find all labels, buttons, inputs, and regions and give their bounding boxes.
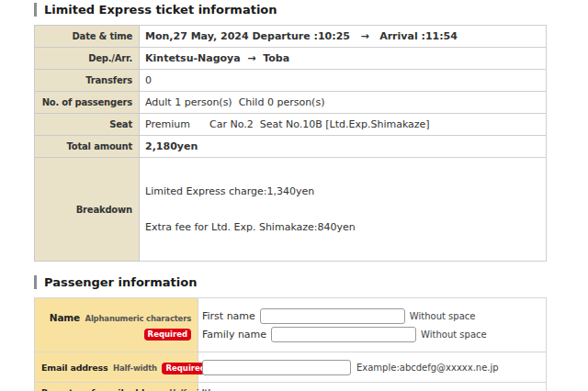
passenger-section-heading: Passenger information	[34, 275, 548, 289]
family-name-input[interactable]	[271, 327, 416, 342]
name-label: Name	[50, 312, 80, 323]
row-label: Total amount	[35, 136, 140, 158]
row-label: Dep./Arr.	[35, 48, 140, 70]
first-name-label: First name	[202, 310, 255, 322]
passenger-form-table: Name Alphanumeric characters Required Fi…	[34, 297, 547, 391]
row-value: Limited Express charge:1,340yen Extra fe…	[140, 158, 547, 262]
row-value: 2,180yen	[140, 136, 547, 158]
seat-detail: Car No.2 Seat No.10B [Ltd.Exp.Shimakaze]	[209, 118, 430, 130]
table-row-breakdown: Breakdown Limited Express charge:1,340ye…	[35, 158, 547, 262]
ticket-section-heading: Limited Express ticket information	[34, 3, 548, 17]
breakdown-line-1: Limited Express charge:1,340yen	[145, 185, 540, 197]
email-field-cell: Example:abcdefg@xxxxx.ne.jp	[198, 352, 547, 383]
row-label: Breakdown	[35, 158, 140, 262]
row-value: Kintetsu-Nagoya → Toba	[140, 48, 547, 70]
table-row-date-time: Date & time Mon,27 May, 2024 Departure :…	[35, 26, 547, 48]
table-row-dep-arr: Dep./Arr. Kintetsu-Nagoya → Toba	[35, 48, 547, 70]
required-badge: Required	[144, 329, 191, 341]
name-label-note: Alphanumeric characters	[85, 314, 191, 323]
name-fields-cell: First name Without space Family name Wit…	[198, 298, 547, 352]
row-label: No. of passengers	[35, 92, 140, 114]
email-example: Example:abcdefg@xxxxx.ne.jp	[356, 363, 499, 373]
name-label-cell: Name Alphanumeric characters Required	[35, 298, 198, 352]
form-row-name: Name Alphanumeric characters Required Fi…	[35, 298, 547, 352]
row-label: Transfers	[35, 70, 140, 92]
email-input[interactable]	[202, 360, 351, 375]
table-row-passengers: No. of passengers Adult 1 person(s) Chil…	[35, 92, 547, 114]
table-row-transfers: Transfers 0	[35, 70, 547, 92]
email-label-note: Half-width	[113, 363, 157, 373]
first-name-input[interactable]	[260, 308, 405, 324]
booking-page: Limited Express ticket information Date …	[0, 0, 588, 391]
row-value: Mon,27 May, 2024 Departure :10:25 → Arri…	[140, 26, 547, 48]
row-value: PremiumCar No.2 Seat No.10B [Ltd.Exp.Shi…	[140, 114, 547, 136]
email-reentry-field-cell: Example:abcdefg@xxxxx.ne.jp	[198, 383, 547, 391]
row-value: 0	[140, 70, 547, 92]
form-row-email-reentry: Re-entry of email address Half-width Req…	[35, 383, 547, 391]
row-label: Date & time	[35, 26, 140, 48]
family-name-note: Without space	[421, 330, 487, 340]
breakdown-line-2: Extra fee for Ltd. Exp. Shimakaze:840yen	[145, 221, 540, 233]
table-row-seat: Seat PremiumCar No.2 Seat No.10B [Ltd.Ex…	[35, 114, 547, 136]
email-reentry-label-cell: Re-entry of email address Half-width Req…	[35, 383, 198, 391]
email-reentry-label: Re-entry of email address	[41, 387, 164, 391]
family-name-label: Family name	[202, 329, 266, 341]
row-value: Adult 1 person(s) Child 0 person(s)	[140, 92, 547, 114]
ticket-info-table: Date & time Mon,27 May, 2024 Departure :…	[34, 25, 547, 262]
first-name-note: Without space	[410, 311, 476, 321]
row-label: Seat	[35, 114, 140, 136]
form-row-email: Email address Half-width Required Exampl…	[35, 352, 547, 383]
table-row-total-amount: Total amount 2,180yen	[35, 136, 547, 158]
seat-class: Premium	[145, 118, 209, 130]
email-label-cell: Email address Half-width Required	[35, 352, 198, 383]
email-label: Email address	[41, 363, 107, 373]
